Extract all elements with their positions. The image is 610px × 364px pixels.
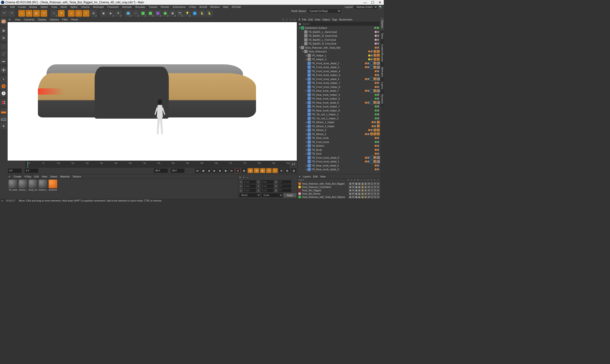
cube-primitive[interactable] <box>125 10 132 17</box>
layout-select[interactable]: Startup (User) <box>354 5 378 9</box>
prev-frame-button[interactable]: ◀ <box>206 168 212 173</box>
coord-thumb2[interactable]: ▫ <box>247 176 247 179</box>
snap-3[interactable]: S <box>0 90 7 96</box>
tree-item[interactable]: ▸TR_Wheel_4_helper <box>297 124 380 128</box>
menu-file[interactable]: File <box>1 5 9 9</box>
locked-workplane[interactable]: ◈ <box>0 123 7 129</box>
redo-button[interactable]: ↷ <box>8 10 15 17</box>
menu-window[interactable]: Window <box>209 5 221 9</box>
generator2[interactable] <box>147 10 154 17</box>
tree-item[interactable]: ▸TR_Rear_trunk_detail_3 <box>297 168 380 171</box>
visibility-dots[interactable] <box>375 113 379 115</box>
autokey-button[interactable]: ◉ <box>241 168 247 173</box>
tag-icons[interactable] <box>373 54 380 57</box>
model-mode[interactable] <box>0 18 7 25</box>
visibility-dots[interactable] <box>365 161 369 162</box>
menu-tracker[interactable]: Tracker <box>147 5 159 9</box>
visibility-dots[interactable] <box>368 58 372 60</box>
visibility-dots[interactable] <box>375 74 379 76</box>
menu-help[interactable]: Help <box>221 5 230 9</box>
light[interactable]: 💡 <box>184 10 191 17</box>
obj-menu-view[interactable]: View <box>315 18 320 21</box>
z-axis[interactable]: Z <box>83 10 89 17</box>
search-icon[interactable]: 🔍 <box>379 5 383 9</box>
mat-menu-view[interactable]: View <box>41 175 47 178</box>
frame-current-input[interactable] <box>25 169 38 173</box>
vp-rotate-icon[interactable]: ⟳ <box>290 18 292 21</box>
vp-move-icon[interactable]: ✥ <box>282 18 284 21</box>
tab-takes[interactable]: Takes <box>380 30 384 41</box>
visibility-dots[interactable] <box>374 27 379 29</box>
visibility-dots[interactable] <box>375 43 379 45</box>
coord-system[interactable]: ⊞ <box>90 10 97 17</box>
menu-character[interactable]: Character <box>106 5 120 9</box>
expand-icon[interactable]: ▸ <box>305 58 307 61</box>
frame-max-input[interactable] <box>171 169 184 173</box>
tag-icons[interactable] <box>377 121 380 124</box>
tree-item[interactable]: TR_Front_trunk_detail_3 <box>297 65 380 69</box>
search-back-icon[interactable]: ◀ <box>298 22 300 26</box>
tree-item[interactable]: TR_Tie_rod_2_helper_2 <box>297 117 380 120</box>
object-search-input[interactable] <box>301 22 380 26</box>
menu-volume[interactable]: Volume <box>80 5 92 9</box>
expand-icon[interactable]: ▸ <box>305 168 307 170</box>
texture-mode[interactable]: ▦ <box>0 27 7 34</box>
mat-hamburger-icon[interactable]: ≡ <box>9 175 10 178</box>
select-tool[interactable]: ▭ <box>18 10 25 17</box>
render-pv[interactable]: ▶ <box>107 10 114 17</box>
pos-key[interactable]: ✥ <box>254 168 259 173</box>
key-opt1[interactable]: ◐ <box>285 168 290 173</box>
size-x-input[interactable] <box>261 180 274 184</box>
tree-item[interactable]: ▸TR_Rear_trunk_detail_7 <box>297 89 380 93</box>
visibility-dots[interactable] <box>375 165 379 167</box>
obj-menu-object[interactable]: Object <box>322 18 330 21</box>
minimize-icon[interactable]: — <box>363 0 367 4</box>
vray-icon[interactable] <box>191 10 198 17</box>
close-icon[interactable]: ✕ <box>379 0 381 4</box>
visibility-dots[interactable] <box>375 141 379 143</box>
menu-v-ray[interactable]: V-Ray <box>187 5 198 9</box>
tree-item[interactable]: ▸TR_Front_trunk_detail_4 <box>297 77 380 81</box>
expand-icon[interactable]: ▸ <box>305 129 307 131</box>
tab-attributes[interactable]: Attributes <box>380 65 384 79</box>
tree-item[interactable]: ▸TR_Helper_2 <box>297 57 380 62</box>
generator[interactable] <box>140 10 146 17</box>
menu-modes[interactable]: Modes <box>28 5 39 9</box>
viewport[interactable] <box>8 22 297 161</box>
tree-item[interactable]: TR_Rear_trunk_helper_4 <box>297 93 380 97</box>
material-Interior_[interactable]: Interior_ <box>18 180 28 198</box>
material-Body_Mi[interactable]: Body_Mi <box>28 180 38 198</box>
layer-item[interactable]: Tesla_Bot_Rigged◉👁▣◧🔒▤⊞◇✎✕ <box>297 189 380 192</box>
last-tool[interactable]: ⊹ <box>51 10 57 17</box>
vp-menu-panel[interactable]: Panel <box>71 18 78 21</box>
tree-item[interactable]: ▸TR_Wheel_1_helper <box>297 120 380 124</box>
polygons-mode[interactable]: ▬ <box>0 58 7 64</box>
points-mode[interactable]: ⋮ <box>0 44 7 50</box>
material-lambert1[interactable]: lambert1 <box>48 180 58 198</box>
obj-menu-tags[interactable]: Tags <box>332 18 337 21</box>
move-tool[interactable]: ✥ <box>26 10 32 17</box>
tree-item[interactable]: TR_Front_trunk_helper_7 <box>297 81 380 85</box>
tree-item[interactable]: ▸TR_Rear_trunk_detail_5 <box>297 164 380 168</box>
rot-p-input[interactable] <box>278 184 291 188</box>
layer-item[interactable]: Tesla_Robovan_with_Tesla_Bot_Helpers◉👁▣◧… <box>297 195 380 199</box>
expand-icon[interactable]: ▾ <box>298 27 301 29</box>
keyframe-sel[interactable]: ◆ <box>248 168 253 173</box>
tag-icons[interactable] <box>370 89 380 92</box>
vp-menu-filter[interactable]: Filter <box>62 18 68 21</box>
vp-toggle-icon[interactable]: ⊞ <box>293 18 296 21</box>
obj-menu-bookmarks[interactable]: Bookmarks <box>339 18 352 21</box>
move-mode[interactable]: ✥ <box>58 10 65 17</box>
expand-icon[interactable]: ▸ <box>305 153 307 155</box>
field[interactable] <box>162 10 169 17</box>
deformer[interactable] <box>155 10 161 17</box>
expand-icon[interactable]: ▸ <box>305 133 307 135</box>
workplane-mode[interactable]: ▧ <box>0 35 7 41</box>
expand-icon[interactable]: ▸ <box>305 121 307 123</box>
render-view[interactable]: ▣ <box>100 10 107 17</box>
pos-x-input[interactable] <box>243 180 256 184</box>
expand-icon[interactable]: ▸ <box>305 125 307 128</box>
tree-item[interactable]: TR_Rear_trunk_helper_5 <box>297 97 380 101</box>
visibility-dots[interactable] <box>375 39 379 41</box>
record-button[interactable]: ● <box>235 168 240 173</box>
